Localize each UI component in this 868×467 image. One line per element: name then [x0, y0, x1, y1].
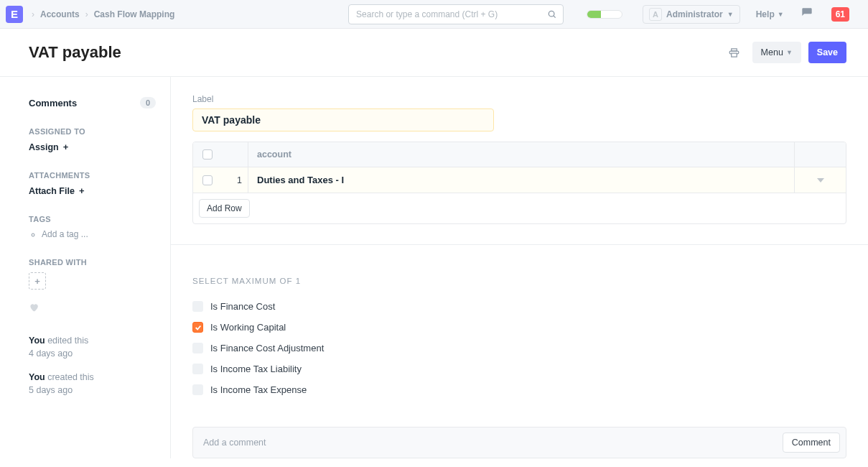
check-label: Is Working Capital [210, 322, 286, 333]
attachments-label: ATTACHMENTS [29, 171, 156, 180]
menu-button[interactable]: Menu ▼ [752, 42, 801, 63]
row-menu[interactable] [794, 167, 846, 193]
app-logo[interactable]: E [6, 6, 23, 23]
search-input[interactable] [356, 9, 547, 19]
page-header: VAT payable Menu ▼ Save [0, 29, 868, 77]
comment-button[interactable]: Comment [783, 433, 840, 453]
check-is-working-capital[interactable]: Is Working Capital [192, 322, 846, 333]
search-icon [547, 9, 557, 19]
like-button[interactable] [29, 302, 156, 315]
help-menu[interactable]: Help ▼ [756, 9, 784, 19]
comment-composer: Comment [192, 427, 846, 458]
plus-icon: + [79, 185, 85, 196]
check-is-finance-cost[interactable]: Is Finance Cost [192, 301, 846, 312]
timeline-entry: You edited this 4 days ago [29, 335, 156, 360]
menu-label: Menu [761, 47, 783, 57]
notification-badge[interactable]: 61 [831, 7, 849, 22]
select-all-checkbox[interactable] [202, 149, 213, 159]
add-tag-button[interactable]: Add a tag ... [42, 229, 156, 239]
shared-with-label: SHARED WITH [29, 258, 156, 267]
check-label: Is Income Tax Liability [210, 364, 302, 374]
check-is-finance-cost-adjustment[interactable]: Is Finance Cost Adjustment [192, 343, 846, 353]
chevron-down-icon: ▼ [778, 11, 784, 18]
add-share-button[interactable]: + [29, 272, 46, 290]
check-label: Is Finance Cost Adjustment [210, 343, 324, 353]
global-search[interactable] [348, 4, 564, 24]
assigned-to-label: ASSIGNED TO [29, 127, 156, 136]
sidebar: Comments 0 ASSIGNED TO Assign + ATTACHME… [0, 77, 170, 458]
chevron-down-icon: ▼ [786, 49, 793, 56]
attach-label: Attach File [29, 186, 75, 196]
user-avatar: A [649, 8, 662, 21]
page-title: VAT payable [29, 43, 724, 62]
help-label: Help [756, 9, 775, 19]
breadcrumb-cash-flow-mapping[interactable]: Cash Flow Mapping [94, 9, 175, 19]
label-input[interactable] [192, 108, 494, 131]
setup-progress[interactable] [587, 10, 622, 19]
comments-count: 0 [140, 97, 156, 108]
check-is-income-tax-liability[interactable]: Is Income Tax Liability [192, 364, 846, 374]
assign-label: Assign [29, 142, 59, 152]
setup-progress-fill [587, 11, 601, 18]
check-is-income-tax-expense[interactable]: Is Income Tax Expense [192, 384, 846, 395]
accounts-grid: account 1 Duties and Taxes - I Add Row [192, 142, 846, 224]
user-name: Administrator [666, 9, 723, 19]
svg-rect-3 [732, 53, 737, 57]
add-row-button[interactable]: Add Row [199, 199, 250, 218]
select-maximum-caption: SELECT MAXIMUM OF 1 [192, 277, 846, 285]
row-account[interactable]: Duties and Taxes - I [248, 167, 794, 193]
plus-icon: + [63, 142, 69, 152]
chevron-right-icon: › [32, 9, 34, 19]
checkbox-icon[interactable] [192, 322, 203, 333]
sidebar-comments[interactable]: Comments 0 [29, 97, 156, 108]
checkbox-icon[interactable] [192, 301, 203, 312]
table-row[interactable]: 1 Duties and Taxes - I [193, 167, 846, 193]
navbar: E › Accounts › Cash Flow Mapping A Admin… [0, 0, 868, 29]
comment-input[interactable] [199, 435, 783, 450]
grid-header: account [193, 142, 846, 167]
save-button[interactable]: Save [808, 42, 846, 63]
svg-point-0 [549, 11, 554, 17]
print-button[interactable] [724, 42, 745, 63]
checkbox-icon[interactable] [192, 343, 203, 353]
row-index: 1 [222, 167, 248, 193]
timeline-entry: You created this 5 days ago [29, 371, 156, 397]
col-account: account [248, 142, 794, 167]
chat-icon[interactable] [801, 7, 813, 21]
chevron-right-icon: › [85, 9, 88, 19]
grid-header-menu [794, 142, 846, 167]
svg-line-1 [554, 15, 556, 17]
breadcrumb-accounts[interactable]: Accounts [40, 9, 80, 19]
user-menu[interactable]: A Administrator ▼ [643, 5, 740, 24]
checkbox-icon[interactable] [192, 384, 203, 395]
comments-label: Comments [29, 98, 77, 108]
chevron-down-icon: ▼ [727, 11, 734, 18]
label-caption: Label [192, 94, 846, 104]
check-label: Is Income Tax Expense [210, 384, 307, 395]
row-checkbox[interactable] [202, 175, 213, 185]
assign-button[interactable]: Assign + [29, 142, 156, 152]
main-form: Label account 1 Duties and Taxes - I Ad [170, 77, 868, 458]
check-label: Is Finance Cost [210, 301, 275, 312]
tags-label: TAGS [29, 215, 156, 223]
checkbox-icon[interactable] [192, 364, 203, 374]
attach-file-button[interactable]: Attach File + [29, 185, 156, 196]
